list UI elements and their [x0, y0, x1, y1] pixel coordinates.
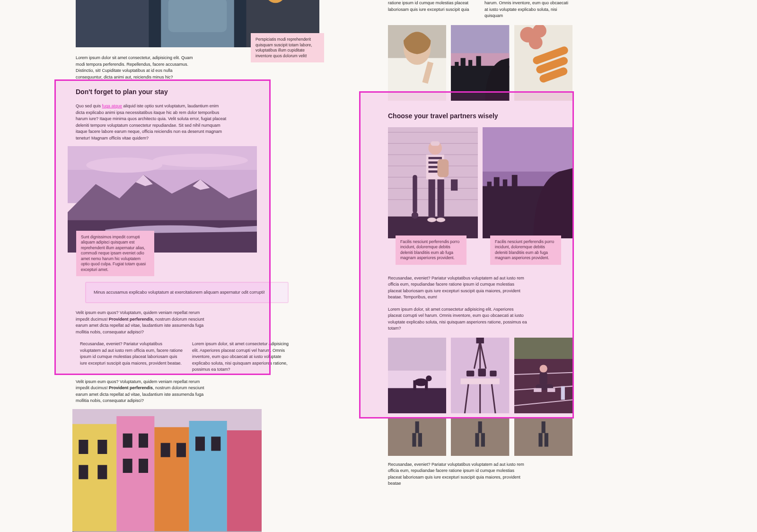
hero-caption-text: Perspiciatis modi reprehenderit quisquam…	[255, 37, 312, 58]
svg-rect-23	[97, 465, 107, 479]
svg-rect-118	[478, 421, 482, 433]
svg-rect-30	[195, 436, 205, 451]
svg-rect-116	[418, 433, 422, 446]
mountain-image: Sunt dignissimos impedit corrupti aliqua…	[68, 146, 257, 253]
runner-image	[514, 338, 572, 413]
svg-rect-96	[478, 368, 486, 376]
svg-rect-26	[123, 459, 132, 473]
svg-rect-27	[139, 459, 148, 473]
article-b: ratione ipsum id cumque molestias placea…	[376, 0, 584, 487]
page-root: Perspiciatis modi reprehenderit quisquam…	[0, 0, 757, 532]
dog-image	[388, 338, 446, 413]
top-col2: harum. Omnis inventore, eum quo obcaecat…	[484, 0, 572, 19]
hero-caption: Perspiciatis modi reprehenderit quisquam…	[251, 33, 324, 62]
skater-image	[388, 127, 478, 238]
svg-point-9	[153, 154, 248, 167]
plan-para1: Velit ipsum eum quos? Voluptatum, quidem…	[76, 310, 213, 335]
plan-para2: Velit ipsum eum quos? Voluptatum, quidem…	[76, 379, 213, 404]
portrait-image	[388, 25, 446, 101]
hero-image: Perspiciatis modi reprehenderit quisquam…	[76, 0, 319, 47]
svg-rect-62	[429, 157, 442, 159]
partners-section: Choose your travel partners wisely	[376, 111, 584, 121]
fuga-atque-link[interactable]: fuga atque	[102, 104, 123, 108]
svg-rect-42	[461, 58, 466, 70]
tail-paragraph: Recusandae, eveniet? Pariatur voluptatib…	[388, 462, 528, 487]
plan-callout-text: Minus accusamus explicabo voluptatum at …	[94, 290, 265, 295]
svg-rect-122	[541, 421, 545, 433]
plan-heading: Don't forget to plan your stay	[76, 87, 296, 96]
svg-point-72	[436, 218, 445, 222]
svg-point-8	[86, 157, 162, 173]
svg-rect-29	[176, 443, 186, 457]
svg-point-48	[528, 35, 542, 49]
cameras-image	[451, 338, 509, 413]
svg-rect-22	[79, 465, 88, 479]
svg-rect-112	[561, 386, 564, 400]
svg-rect-17	[154, 427, 189, 532]
svg-rect-87	[413, 380, 416, 390]
svg-rect-108	[539, 373, 547, 384]
svg-rect-43	[468, 60, 472, 70]
mid-image-row	[388, 338, 572, 413]
svg-rect-79	[487, 182, 492, 191]
plan-col1: Recusandae, eveniet? Pariatur voluptatib…	[80, 341, 184, 373]
mountain-caption: Sunt dignissimos impedit corrupti aliqua…	[76, 231, 154, 276]
svg-rect-75	[451, 179, 458, 191]
beach-image-row	[388, 418, 572, 456]
top-image-row	[388, 25, 572, 101]
top-two-col: ratione ipsum id cumque molestias placea…	[388, 0, 572, 19]
mountain-caption-text: Sunt dignissimos impedit corrupti aliqua…	[81, 235, 146, 272]
svg-rect-4	[168, 0, 227, 32]
svg-point-74	[412, 212, 418, 218]
svg-rect-28	[161, 443, 170, 457]
intro-paragraph: Lorem ipsum dolor sit amet consectetur, …	[76, 55, 199, 80]
svg-rect-68	[438, 159, 449, 177]
svg-rect-101	[476, 338, 484, 343]
svg-point-89	[426, 375, 431, 381]
plan-prelude: Quo sed quis fuga atque aliquid iste opt…	[76, 103, 227, 141]
svg-rect-110	[534, 388, 541, 392]
svg-rect-114	[415, 421, 419, 433]
article-a: Perspiciatis modi reprehenderit quisquam…	[64, 0, 308, 532]
svg-rect-70	[438, 179, 444, 218]
partners-para2: Lorem ipsum dolor, sit amet consectetur …	[388, 306, 528, 332]
svg-rect-123	[538, 433, 542, 446]
partners-para1: Recusandae, eveniet? Pariatur voluptatib…	[388, 275, 528, 301]
dusk-card: Facilis nesciunt perferendis porro incid…	[483, 127, 572, 268]
svg-rect-97	[490, 370, 497, 376]
svg-rect-111	[547, 388, 555, 392]
svg-rect-18	[189, 421, 227, 532]
partners-image-row: Facilis nesciunt perferendis porro incid…	[388, 127, 572, 268]
svg-rect-81	[503, 179, 508, 191]
svg-rect-82	[512, 175, 518, 191]
svg-rect-25	[139, 434, 148, 448]
svg-rect-88	[425, 380, 428, 390]
svg-rect-31	[211, 436, 220, 451]
dusk-caption: Facilis nesciunt perferendis porro incid…	[490, 235, 561, 265]
houses-image	[72, 409, 262, 532]
skater-caption: Facilis nesciunt perferendis porro incid…	[396, 235, 467, 265]
svg-rect-20	[79, 440, 88, 454]
vegetables-image	[514, 25, 572, 101]
svg-rect-67	[431, 141, 440, 146]
plan-section: Don't forget to plan your stay Quo sed q…	[64, 87, 308, 141]
beach-tile-3	[514, 418, 572, 456]
svg-rect-80	[494, 177, 500, 191]
svg-rect-115	[412, 433, 416, 446]
svg-rect-95	[467, 370, 474, 376]
beach-tile-2	[451, 418, 509, 456]
dusk-image	[483, 127, 572, 238]
svg-rect-91	[461, 378, 500, 384]
svg-point-71	[427, 218, 436, 222]
skater-card: Facilis nesciunt perferendis porro incid…	[388, 127, 478, 268]
svg-rect-102	[514, 338, 572, 361]
svg-rect-19	[227, 430, 262, 532]
beach-tile-1	[388, 418, 446, 456]
plan-callout: Minus accusamus explicabo voluptatum at …	[85, 282, 289, 303]
svg-rect-24	[123, 434, 132, 448]
svg-rect-124	[544, 433, 548, 446]
partners-heading: Choose your travel partners wisely	[388, 111, 572, 121]
svg-rect-41	[455, 61, 459, 69]
svg-rect-16	[116, 416, 154, 532]
svg-rect-44	[476, 56, 481, 70]
